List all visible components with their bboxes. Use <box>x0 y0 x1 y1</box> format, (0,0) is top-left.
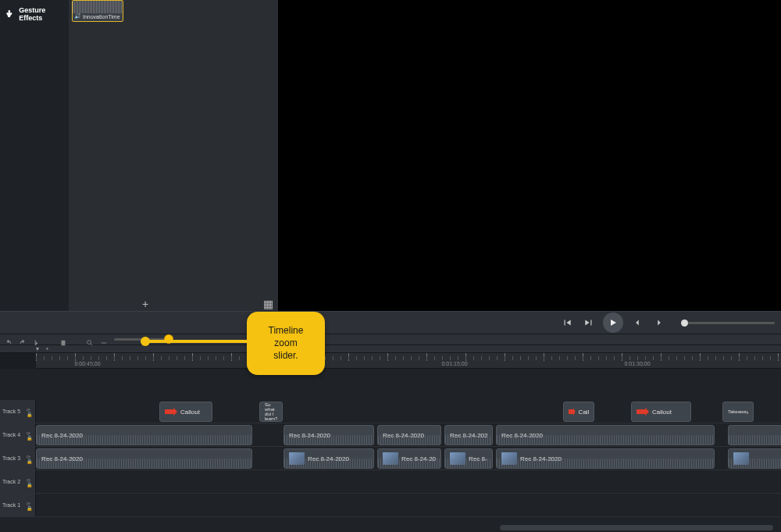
track-toggle-icon[interactable]: ⟳ <box>27 501 33 505</box>
clip-label: Rec 8-24-2020 <box>469 455 487 462</box>
track-options-row: ▾ + <box>0 345 781 353</box>
timeline-clip[interactable] <box>728 425 781 445</box>
clip-label: Takeaway <box>728 409 748 414</box>
preview-canvas <box>278 0 781 311</box>
paste-button[interactable] <box>59 336 67 344</box>
timeline-clip[interactable]: Callout <box>563 402 594 422</box>
track-header[interactable]: Track 1 ⟳🔒 <box>0 494 36 516</box>
track-row-1: Track 1 ⟳🔒 <box>0 494 781 517</box>
media-side-panel: Gesture Effects 🔊 InnovationTime + ▦ <box>0 0 278 311</box>
clip-label: Rec 8-24-2020 <box>41 432 83 439</box>
track-name: Track 4 <box>2 432 20 437</box>
track-row-2: Track 2 ⟳🔒 <box>0 470 781 494</box>
horizontal-scrollbar[interactable] <box>500 525 773 530</box>
timeline-clip[interactable]: Rec 8-24-2020 <box>377 448 441 469</box>
play-icon <box>608 318 618 327</box>
svg-rect-2 <box>102 342 107 343</box>
clip-label: So what did I learn? <box>265 402 277 421</box>
step-back-icon <box>562 317 572 328</box>
track-name: Track 1 <box>2 502 20 508</box>
next-frame-button[interactable] <box>581 315 597 330</box>
track-row-5: Track 5 ⟳🔒 CalloutSo what did I learn?Ca… <box>0 400 781 423</box>
timeline-zoom-slider[interactable] <box>114 338 169 341</box>
clip-label: Rec 8-24-2020 <box>383 432 424 439</box>
media-item[interactable]: 🔊 InnovationTime <box>72 0 123 22</box>
timeline-clip[interactable]: Rec 8-24-2020 <box>36 425 252 445</box>
track-lock-icon[interactable]: 🔒 <box>27 482 33 486</box>
play-button[interactable] <box>603 312 623 333</box>
callout-icon <box>569 408 576 416</box>
tab-gesture-effects[interactable]: Gesture Effects <box>0 3 69 25</box>
zoom-out-button[interactable] <box>100 336 108 344</box>
track-row-3: Track 3 ⟳🔒 Rec 8-24-2020Rec 8-24-2020Rec… <box>0 447 781 470</box>
track-toggle-icon[interactable]: ⟳ <box>27 477 33 481</box>
clip-thumbnail <box>501 452 517 465</box>
timeline-toolbar <box>0 334 781 345</box>
chevron-right-icon <box>654 317 665 328</box>
media-bin: 🔊 InnovationTime + ▦ <box>69 0 278 311</box>
timeline-clip[interactable]: So what did I learn? <box>259 402 283 422</box>
timeline-clip[interactable]: Rec 8-24-2020 <box>377 425 441 445</box>
track-header[interactable]: Track 2 ⟳🔒 <box>0 470 36 493</box>
playback-bar <box>0 311 781 334</box>
track-header[interactable]: Track 4 ⟳🔒 <box>0 423 36 446</box>
ruler-tick: 0:01:30;00 <box>624 361 650 366</box>
timeline-clip[interactable]: Rec 8-24-2020 <box>496 448 715 469</box>
callout-icon <box>637 408 649 416</box>
clip-label: Rec 8-24-2020 <box>41 455 83 462</box>
clip-waveform <box>729 435 781 445</box>
track-lock-icon[interactable]: 🔒 <box>27 459 33 462</box>
add-track-button[interactable]: + <box>45 345 49 352</box>
cut-button[interactable] <box>33 336 41 344</box>
track-row-4: Track 4 ⟳🔒 Rec 8-24-2020Rec 8-24-2020Rec… <box>0 423 781 447</box>
clip-label: Rec 8-24-2020 <box>401 455 436 462</box>
clip-label: Callout <box>579 409 589 416</box>
track-header[interactable]: Track 5 ⟳🔒 <box>0 400 36 423</box>
track-name: Track 2 <box>2 479 20 484</box>
timeline-clip[interactable]: Rec 8-24-2020 <box>284 448 374 469</box>
timeline-clip[interactable]: Takeaway <box>722 402 754 422</box>
bin-view-toggle[interactable]: ▦ <box>263 298 273 310</box>
clip-thumbnail <box>383 452 398 465</box>
clip-thumbnail <box>733 452 749 465</box>
zoom-search-icon <box>86 336 94 344</box>
timeline-ruler[interactable]: 0:00:45;00 0:01:15;00 0:01:30;00 <box>36 353 781 369</box>
timeline-clip[interactable]: Callout <box>159 402 212 422</box>
timeline-clip[interactable] <box>728 448 781 469</box>
timeline-clip[interactable]: Rec 8-24-2020 <box>36 448 252 469</box>
canvas-zoom-slider[interactable] <box>681 322 775 324</box>
ruler-tick: 0:01:15;00 <box>441 361 467 366</box>
track-lock-icon[interactable]: 🔒 <box>27 435 33 439</box>
svg-point-1 <box>87 340 91 344</box>
add-media-button[interactable]: + <box>142 298 148 310</box>
track-name: Track 5 <box>2 409 20 414</box>
clip-label: Rec 8-24-2020 <box>520 455 562 462</box>
next-marker-button[interactable] <box>651 315 667 330</box>
track-lock-icon[interactable]: 🔒 <box>27 412 33 416</box>
track-name: Track 3 <box>2 455 20 461</box>
track-header[interactable]: Track 3 ⟳🔒 <box>0 447 36 470</box>
clip-label: Rec 8-24-2020 <box>501 432 543 439</box>
track-toggle-icon[interactable]: ⟳ <box>27 407 33 411</box>
clip-label: Callout <box>652 409 672 416</box>
step-forward-icon <box>583 317 594 328</box>
prev-frame-button[interactable] <box>559 315 575 330</box>
ruler-tick: 0:00:45;00 <box>74 361 100 366</box>
tab-label: Gesture Effects <box>19 6 64 22</box>
undo-button[interactable] <box>5 336 12 344</box>
waveform-icon <box>73 1 123 13</box>
timeline-clip[interactable]: Rec 8-24-2020 <box>284 425 374 445</box>
timeline-clip[interactable]: Callout <box>631 402 691 422</box>
slider-handle[interactable] <box>681 320 688 327</box>
track-lock-icon[interactable]: 🔒 <box>27 505 33 509</box>
chevron-left-icon <box>632 317 643 328</box>
prev-marker-button[interactable] <box>629 315 645 330</box>
timeline-clip[interactable]: Rec 8-24-2020 <box>496 425 715 445</box>
redo-button[interactable] <box>19 336 27 344</box>
clip-label: Rec 8-24-2020 <box>308 455 349 462</box>
track-toggle-icon[interactable]: ⟳ <box>27 454 33 458</box>
timeline-clip[interactable]: Rec 8-24-2020 <box>444 448 493 469</box>
track-toggle-icon[interactable]: ⟳ <box>27 430 33 434</box>
zoom-slider-handle[interactable] <box>165 335 173 343</box>
timeline-clip[interactable]: Rec 8-24-2020 <box>444 425 493 445</box>
